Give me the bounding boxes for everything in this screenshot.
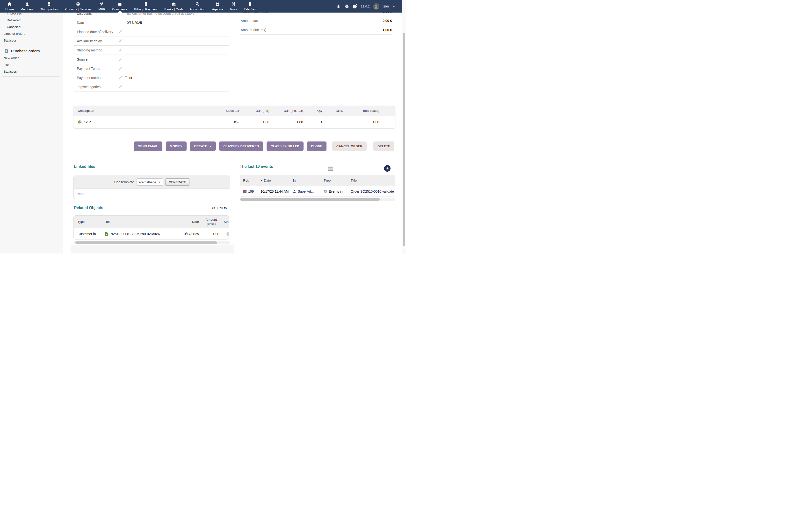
home-icon	[7, 2, 12, 6]
total-value: 1.00 €	[383, 28, 392, 32]
related-col-ref: Ref.	[105, 220, 132, 224]
edit-pencil-icon[interactable]	[118, 39, 125, 43]
send-email-button[interactable]: SEND EMAIL	[134, 142, 162, 151]
print-icon[interactable]	[344, 4, 349, 9]
edit-pencil-icon[interactable]	[118, 30, 125, 34]
events-horizontal-scrollbar[interactable]	[240, 198, 395, 201]
nav-item-agenda[interactable]: Agenda	[209, 0, 226, 12]
sidebar-header-purchase-orders[interactable]: Purchase orders	[0, 47, 63, 54]
field-label: Source	[77, 57, 118, 61]
nav-item-commerce[interactable]: Commerce	[109, 0, 131, 12]
left-sidebar: In process Delivered Canceled Lines of o…	[0, 12, 63, 253]
events-col-by[interactable]: By	[293, 179, 323, 182]
sidebar-item-lines-of-orders[interactable]: Lines of orders	[0, 31, 63, 37]
nav-item-third-parties[interactable]: Third parties	[37, 0, 61, 12]
create-button[interactable]: CREATE	[190, 142, 216, 151]
help-icon[interactable]: ?	[352, 4, 357, 9]
event-calendar-icon	[243, 189, 247, 193]
field-row-planned-delivery: Planned date of delivery	[74, 27, 230, 37]
sidebar-item-delivered[interactable]: Delivered	[0, 17, 63, 24]
chain-link-icon	[211, 206, 215, 210]
link-to-link[interactable]: Link to...	[211, 206, 230, 210]
avatar-silhouette-icon	[373, 3, 379, 9]
nav-item-label: Banks | Cash	[164, 7, 183, 11]
chevron-down-icon	[209, 145, 212, 148]
nav-item-members[interactable]: Members	[17, 0, 37, 12]
nav-item-label: Agenda	[212, 7, 223, 11]
related-horizontal-scrollbar-thumb[interactable]	[75, 241, 217, 244]
field-label: Planned date of delivery	[77, 30, 118, 34]
events-col-date[interactable]: ▲ Date	[260, 179, 293, 182]
events-title: The last 10 events	[240, 164, 273, 169]
classify-billed-button[interactable]: CLASSIFY BILLED	[266, 142, 304, 151]
cancel-order-button[interactable]: CANCEL ORDER	[332, 142, 367, 151]
event-row: 199 10/17/25 11:44 AM SuperAd... Events …	[240, 186, 395, 197]
doc-template-select[interactable]: eratosthene	[137, 178, 163, 186]
nav-item-talerbarr[interactable]: TalerBarr	[241, 0, 260, 12]
nav-item-products-services[interactable]: Products | Services	[61, 0, 95, 12]
related-type: Customer in...	[74, 232, 105, 236]
classify-delivered-button[interactable]: CLASSIFY DELIVERED	[219, 142, 263, 151]
event-date: 10/17/25 11:44 AM	[260, 189, 293, 193]
edit-pencil-icon[interactable]	[118, 67, 125, 70]
sidebar-item-statistics-purchase[interactable]: Statistics	[0, 68, 63, 75]
generate-button[interactable]: GENERATE	[165, 178, 189, 186]
nav-item-mrp[interactable]: MRP	[95, 0, 109, 12]
user-name[interactable]: taler	[383, 4, 389, 8]
chevron-down-icon[interactable]	[392, 5, 396, 8]
events-table-header: Ref. ▲ Date By Type Title	[240, 175, 395, 186]
event-type: Events in...	[329, 189, 345, 193]
events-table: Ref. ▲ Date By Type Title 199 10/17/25 1…	[240, 175, 395, 197]
gears-icon	[99, 2, 104, 6]
line-product-ref[interactable]: 12345	[84, 120, 93, 124]
modify-button[interactable]: MODIFY	[166, 142, 187, 151]
event-by-link[interactable]: SuperAd...	[298, 189, 314, 193]
col-up-net: U.P. (net)	[239, 109, 269, 113]
events-col-type[interactable]: Type	[323, 179, 351, 182]
related-object-row: Customer in... $ IN2510-0008 2025.290-02…	[74, 228, 229, 239]
col-up-inc: U.P. (inc. tax)	[269, 109, 303, 113]
related-horizontal-scrollbar[interactable]	[73, 241, 230, 244]
events-col-title[interactable]: Title	[351, 179, 395, 182]
sidebar-item-list[interactable]: List	[0, 62, 63, 68]
vertical-scrollbar-thumb[interactable]	[403, 33, 405, 246]
related-ref-link[interactable]: IN2510-0008	[109, 232, 129, 236]
nav-item-home[interactable]: Home	[2, 0, 17, 12]
avatar[interactable]	[373, 3, 379, 10]
nav-item-banks-cash[interactable]: Banks | Cash	[161, 0, 186, 12]
event-ref-link[interactable]: 199	[248, 189, 254, 193]
nav-item-tools[interactable]: Tools	[226, 0, 240, 12]
field-row-tags-categories: Tags/categories	[74, 82, 230, 92]
edit-pencil-icon[interactable]	[118, 76, 125, 80]
box-icon	[75, 2, 81, 6]
bug-icon[interactable]	[336, 4, 341, 9]
calendar-icon	[215, 2, 220, 6]
edit-pencil-icon[interactable]	[118, 85, 125, 89]
related-objects-table: Type Ref. Date Amount(excl.) Status Cust…	[73, 215, 229, 239]
nav-item-label: Tools	[230, 7, 237, 11]
suitcase-icon	[117, 2, 122, 6]
edit-pencil-icon[interactable]	[118, 48, 125, 52]
status-dot	[226, 232, 229, 236]
sidebar-item-in-process[interactable]: In process	[0, 12, 63, 17]
events-horizontal-scrollbar-thumb[interactable]	[240, 198, 380, 201]
edit-pencil-icon[interactable]	[118, 57, 125, 61]
invoice-icon: $	[105, 232, 108, 236]
delete-button[interactable]: DELETE	[373, 142, 394, 151]
sidebar-item-canceled[interactable]: Canceled	[0, 24, 63, 31]
sidebar-item-new-order[interactable]: New order	[0, 55, 63, 62]
doc-template-value: eratosthene	[139, 180, 156, 184]
add-event-button[interactable]: +	[384, 165, 391, 172]
event-title-link[interactable]: Order SO2510-0010 validate	[351, 189, 394, 193]
events-col-ref[interactable]: Ref.	[240, 179, 260, 182]
bank-icon	[171, 2, 176, 6]
field-label: Tags/categories	[77, 85, 118, 89]
events-list-menu-icon[interactable]	[328, 167, 333, 171]
vertical-scrollbar[interactable]	[402, 0, 406, 253]
field-row-payment-method: Payment method Taler	[74, 73, 230, 82]
clone-button[interactable]: CLONE	[307, 142, 326, 151]
related-amount: 1.00	[203, 232, 221, 236]
nav-item-accounting[interactable]: $ Accounting	[186, 0, 209, 12]
sidebar-item-statistics-sales[interactable]: Statistics	[0, 37, 63, 44]
nav-item-billing-payment[interactable]: $ Billing | Payment	[131, 0, 161, 12]
